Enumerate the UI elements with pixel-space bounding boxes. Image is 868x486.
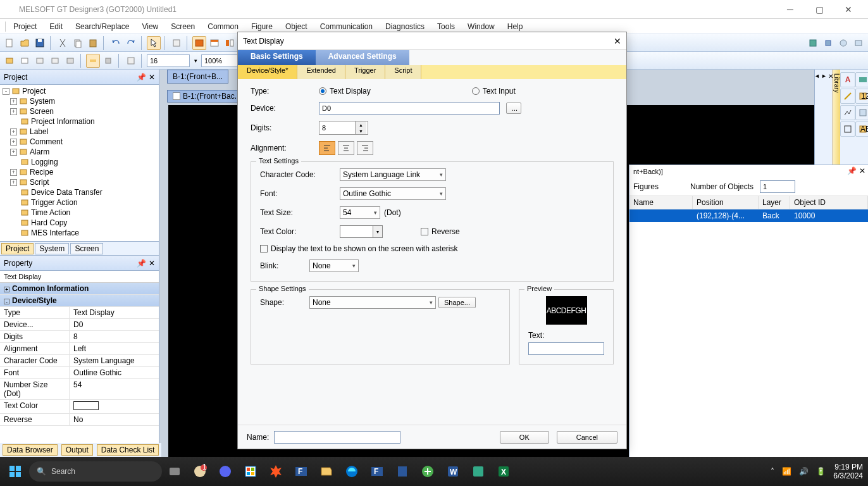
- device-browse-button[interactable]: ...: [506, 103, 521, 114]
- menu-view[interactable]: View: [135, 21, 164, 32]
- menu-tools[interactable]: Tools: [431, 21, 461, 32]
- close-icon[interactable]: ✕: [149, 259, 155, 268]
- tree-item[interactable]: MES Interface: [1, 228, 158, 238]
- window-mode-1-icon[interactable]: [192, 36, 206, 50]
- battery-icon[interactable]: 🔋: [816, 467, 826, 476]
- property-value[interactable]: Outline Gothic: [70, 367, 159, 378]
- text-size-dropdown[interactable]: 54: [340, 206, 380, 219]
- menu-window[interactable]: Window: [461, 21, 501, 32]
- shape-tool-icon[interactable]: [840, 122, 855, 137]
- tab-advanced-settings[interactable]: Advanced Settings: [316, 50, 409, 65]
- tree-expand-icon[interactable]: +: [10, 169, 17, 176]
- tool-icon[interactable]: [101, 54, 115, 68]
- taskbar-app-icon[interactable]: [466, 459, 491, 484]
- digits-spinner[interactable]: ▲▼: [319, 121, 368, 135]
- menu-help[interactable]: Help: [501, 21, 530, 32]
- property-row[interactable]: ReverseNo: [0, 414, 159, 426]
- tree-item[interactable]: +Comment: [1, 137, 158, 147]
- tab-basic-settings[interactable]: Basic Settings: [238, 50, 316, 65]
- menu-search-replace[interactable]: Search/Replace: [69, 21, 135, 32]
- tree-item[interactable]: +Script: [1, 177, 158, 187]
- tab-extended[interactable]: Extended: [297, 65, 345, 79]
- menu-communication[interactable]: Communication: [314, 21, 379, 32]
- dialog-close-button[interactable]: ✕: [614, 36, 621, 46]
- tool-icon[interactable]: [33, 54, 47, 68]
- digits-value[interactable]: [319, 122, 355, 134]
- font-dropdown[interactable]: Outline Gothic: [340, 187, 446, 200]
- taskbar-app-icon[interactable]: F: [364, 459, 390, 484]
- spin-down-icon[interactable]: ▼: [356, 128, 366, 134]
- tab-project[interactable]: Project: [1, 243, 34, 254]
- align-left-button[interactable]: [319, 141, 335, 155]
- property-row[interactable]: AlignmentLeft: [0, 343, 159, 355]
- tool-icon[interactable]: [855, 105, 868, 120]
- arrow-left-icon[interactable]: ◄: [814, 73, 820, 79]
- save-icon[interactable]: [33, 36, 47, 50]
- window-mode-2-icon[interactable]: [208, 36, 221, 50]
- property-value[interactable]: 8: [70, 331, 159, 342]
- dropdown-arrow-icon[interactable]: ▾: [191, 58, 200, 64]
- tree-expand-icon[interactable]: +: [10, 108, 17, 115]
- tool-icon[interactable]: [86, 54, 100, 68]
- tool-icon[interactable]: ABC: [855, 122, 868, 137]
- taskbar-clock[interactable]: 9:19 PM 6/3/2024: [833, 463, 863, 481]
- taskbar-app-icon[interactable]: [263, 459, 288, 484]
- tool-icon[interactable]: [63, 54, 77, 68]
- tree-item[interactable]: +Label: [1, 127, 158, 137]
- tree-item[interactable]: +System: [1, 96, 158, 106]
- taskbar-app-icon[interactable]: [162, 459, 187, 484]
- text-tool-icon[interactable]: A: [840, 72, 855, 87]
- device-input[interactable]: [319, 102, 500, 115]
- open-icon[interactable]: [18, 36, 32, 50]
- right-tool-icon[interactable]: [821, 36, 835, 50]
- shape-browse-button[interactable]: Shape...: [438, 297, 476, 308]
- tray-chevron-icon[interactable]: ˄: [771, 467, 774, 476]
- property-value[interactable]: System Language: [70, 355, 159, 366]
- tree-item[interactable]: Time Action: [1, 208, 158, 218]
- tool-icon[interactable]: [48, 54, 62, 68]
- taskbar-app-icon[interactable]: X: [491, 459, 516, 484]
- tab-data-check-list[interactable]: Data Check List: [97, 444, 159, 456]
- tree-item[interactable]: Device Data Transfer: [1, 187, 158, 197]
- name-input[interactable]: [274, 431, 400, 444]
- cancel-button[interactable]: Cancel: [557, 431, 617, 444]
- tool-icon[interactable]: 123: [855, 89, 868, 104]
- tab-system[interactable]: System: [35, 243, 69, 254]
- asterisk-checkbox[interactable]: Display the text to be shown on the scre…: [260, 244, 457, 253]
- pin-icon[interactable]: 📌: [847, 166, 857, 175]
- property-row[interactable]: FontOutline Gothic: [0, 367, 159, 379]
- property-row[interactable]: Text Color: [0, 400, 159, 414]
- property-row[interactable]: Number Size (Dot)54: [0, 379, 159, 400]
- tree-item[interactable]: +Screen: [1, 106, 158, 116]
- property-value[interactable]: 54: [70, 379, 159, 399]
- tool-icon[interactable]: [3, 54, 16, 68]
- shape-dropdown[interactable]: None: [309, 296, 436, 309]
- align-right-button[interactable]: [357, 141, 373, 155]
- tree-item[interactable]: Logging: [1, 157, 158, 167]
- maximize-button[interactable]: ▢: [805, 0, 834, 19]
- taskbar-app-icon[interactable]: [238, 459, 263, 484]
- right-tool-icon[interactable]: [836, 36, 850, 50]
- tree-expand-icon[interactable]: +: [10, 128, 17, 135]
- tab-device-style[interactable]: Device/Style*: [238, 65, 297, 79]
- tree-expand-icon[interactable]: +: [10, 149, 17, 156]
- tab-data-browser[interactable]: Data Browser: [3, 444, 58, 456]
- menu-edit[interactable]: Edit: [43, 21, 69, 32]
- new-icon[interactable]: [3, 36, 16, 50]
- taskbar-app-icon[interactable]: F: [288, 459, 314, 484]
- line-tool-icon[interactable]: [840, 89, 855, 104]
- tree-item[interactable]: Hard Copy: [1, 218, 158, 228]
- close-icon[interactable]: ✕: [859, 166, 865, 175]
- tree-item[interactable]: +Recipe: [1, 167, 158, 177]
- tab-output[interactable]: Output: [61, 444, 93, 456]
- tree-expand-icon[interactable]: +: [10, 98, 17, 105]
- taskbar-app-icon[interactable]: [213, 459, 238, 484]
- align-center-button[interactable]: [338, 141, 354, 155]
- close-icon[interactable]: ✕: [149, 73, 155, 82]
- redo-icon[interactable]: [124, 36, 138, 50]
- tool-btn[interactable]: [170, 36, 183, 50]
- menu-diagnostics[interactable]: Diagnostics: [379, 21, 431, 32]
- minimize-button[interactable]: ─: [776, 0, 805, 19]
- tool-icon[interactable]: [18, 54, 32, 68]
- tree-item[interactable]: Project Information: [1, 116, 158, 127]
